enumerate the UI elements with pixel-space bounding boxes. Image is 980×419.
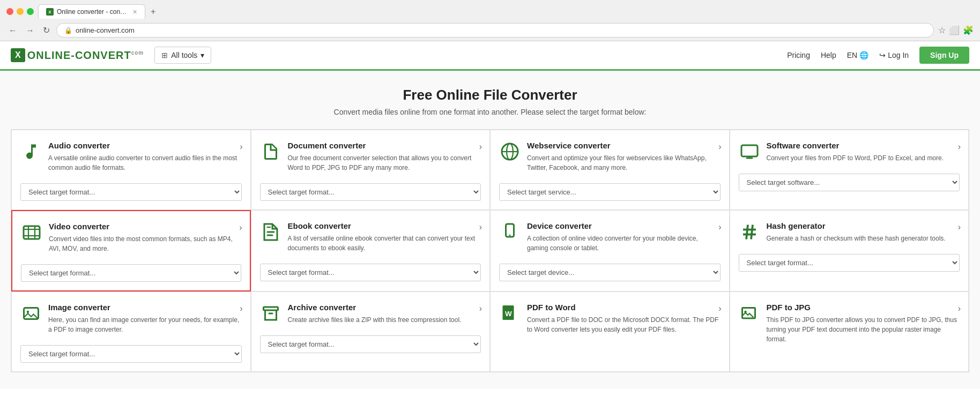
format-select-audio[interactable]: Select target format...	[20, 183, 242, 201]
card-desc-hash: Generate a hash or checksum with these h…	[767, 234, 960, 243]
card-icon-hash	[739, 222, 760, 242]
close-window-button[interactable]	[6, 8, 13, 15]
card-icon-device	[499, 222, 521, 242]
browser-top-bar: X Online converter - convert vid... ✕ +	[6, 4, 974, 19]
converter-card-pdftoword[interactable]: › W PDF to Word Convert a PDF file to DO…	[490, 291, 730, 372]
card-title-ebook: Ebook converter	[288, 221, 481, 230]
converter-card-ebook[interactable]: › Ebook converter A list of versatile on…	[251, 210, 491, 291]
converter-card-video[interactable]: › Video converter Convert video files in…	[11, 210, 251, 291]
card-title-video: Video converter	[49, 222, 241, 231]
card-arrow-webservice: ›	[718, 142, 721, 152]
card-desc-ebook: A list of versatile online ebook convert…	[288, 234, 481, 253]
format-select-document[interactable]: Select target format...	[260, 183, 481, 201]
format-select-webservice[interactable]: Select target service...	[499, 183, 721, 201]
browser-nav: ← → ↻ 🔒 online-convert.com ☆ ⬜ 🧩	[6, 23, 974, 38]
format-select-software[interactable]: Select target software...	[739, 174, 960, 191]
lock-icon: 🔒	[64, 27, 72, 34]
converter-card-archive[interactable]: › Archive converter Create archive files…	[251, 291, 491, 372]
svg-rect-19	[263, 307, 278, 310]
format-select-archive[interactable]: Select target format...	[260, 335, 481, 353]
sidebar-icon[interactable]: ⬜	[949, 25, 960, 35]
card-arrow-device: ›	[718, 222, 721, 232]
card-title-software: Software converter	[767, 141, 960, 150]
card-title-archive: Archive converter	[288, 303, 481, 312]
extensions-icon[interactable]: 🧩	[963, 25, 974, 35]
svg-rect-6	[24, 226, 40, 239]
format-select-device[interactable]: Select target device...	[499, 264, 721, 281]
active-tab[interactable]: X Online converter - convert vid... ✕	[38, 4, 145, 19]
card-icon-document	[260, 142, 281, 161]
address-bar[interactable]: 🔒 online-convert.com	[56, 23, 934, 38]
converter-card-pdftojpg[interactable]: › PDF to JPG This PDF to JPG converter a…	[730, 291, 969, 372]
tab-close-button[interactable]: ✕	[132, 9, 137, 16]
back-button[interactable]: ←	[6, 25, 19, 36]
page-subtitle: Convert media files online from one form…	[11, 108, 969, 116]
address-text: online-convert.com	[76, 26, 135, 34]
card-arrow-hash: ›	[958, 222, 961, 232]
tab-title: Online converter - convert vid...	[57, 8, 129, 16]
card-desc-video: Convert video files into the most common…	[49, 234, 241, 253]
card-desc-audio: A versatile online audio converter to co…	[48, 153, 242, 173]
converter-card-webservice[interactable]: › Webservice converter Convert and optim…	[490, 130, 730, 210]
converter-card-device[interactable]: › Device converter A collection of onlin…	[490, 210, 730, 291]
pricing-link[interactable]: Pricing	[787, 51, 810, 59]
signup-button[interactable]: Sign Up	[919, 47, 969, 64]
converter-card-hash[interactable]: › Hash generator Generate a hash or chec…	[730, 210, 969, 291]
converter-card-document[interactable]: › Document converter Our free document c…	[251, 130, 491, 210]
minimize-window-button[interactable]	[17, 8, 24, 15]
card-header-pdftoword: W PDF to Word Convert a PDF file to DOC …	[499, 303, 721, 334]
svg-text:W: W	[505, 310, 512, 318]
card-header-audio: Audio converter A versatile online audio…	[20, 141, 242, 173]
forward-button[interactable]: →	[24, 25, 36, 36]
format-select-hash[interactable]: Select target format...	[739, 254, 960, 272]
converter-card-audio[interactable]: › Audio converter A versatile online aud…	[11, 130, 251, 210]
chevron-down-icon: ▾	[201, 51, 204, 59]
card-header-ebook: Ebook converter A list of versatile onli…	[260, 221, 481, 253]
card-arrow-archive: ›	[479, 304, 482, 313]
login-arrow-icon: ↪	[879, 51, 886, 59]
tab-bar: X Online converter - convert vid... ✕ +	[38, 4, 974, 19]
all-tools-button[interactable]: ⊞ All tools ▾	[154, 47, 211, 64]
maximize-window-button[interactable]	[27, 8, 34, 15]
converter-card-image[interactable]: › Image converter Here, you can find an …	[11, 291, 251, 372]
converter-card-software[interactable]: › Software converter Convert your files …	[730, 130, 969, 210]
format-select-image[interactable]: Select target format...	[20, 345, 242, 363]
refresh-button[interactable]: ↻	[41, 24, 52, 36]
bookmark-icon[interactable]: ☆	[938, 25, 946, 35]
site-header: X ONLINE-CONVERTcom ⊞ All tools ▾ Pricin…	[0, 41, 980, 71]
card-icon-audio	[20, 142, 42, 161]
card-icon-video	[21, 223, 42, 242]
card-header-image: Image converter Here, you can find an im…	[20, 303, 242, 334]
logo[interactable]: X ONLINE-CONVERTcom	[11, 48, 144, 62]
new-tab-button[interactable]: +	[147, 6, 159, 18]
login-button[interactable]: ↪ Log In	[879, 51, 909, 59]
card-desc-image: Here, you can find an image converter fo…	[48, 315, 242, 334]
help-link[interactable]: Help	[821, 51, 836, 59]
card-header-pdftojpg: PDF to JPG This PDF to JPG converter all…	[739, 303, 960, 344]
card-icon-webservice	[499, 142, 521, 161]
browser-chrome: X Online converter - convert vid... ✕ + …	[0, 0, 980, 41]
format-select-ebook[interactable]: Select target format...	[260, 264, 481, 281]
card-title-webservice: Webservice converter	[527, 141, 721, 150]
card-header-archive: Archive converter Create archive files l…	[260, 303, 481, 325]
format-select-video[interactable]: Select target format...	[21, 264, 241, 282]
card-title-pdftojpg: PDF to JPG	[767, 303, 960, 312]
svg-line-15	[746, 225, 748, 240]
card-arrow-ebook: ›	[479, 222, 482, 232]
card-title-hash: Hash generator	[767, 221, 960, 230]
card-title-image: Image converter	[48, 303, 242, 312]
header-nav: Pricing Help EN 🌐 ↪ Log In Sign Up	[787, 47, 969, 64]
language-selector[interactable]: EN 🌐	[847, 51, 868, 59]
svg-point-23	[744, 311, 747, 313]
card-desc-device: A collection of online video converter f…	[527, 234, 721, 253]
card-icon-software	[739, 142, 760, 161]
main-content: Free Online File Converter Convert media…	[0, 71, 980, 388]
card-icon-pdftoword: W	[499, 304, 521, 323]
card-icon-pdftojpg	[739, 304, 760, 323]
svg-rect-3	[741, 145, 758, 156]
browser-actions: ☆ ⬜ 🧩	[938, 25, 974, 35]
traffic-lights	[6, 8, 34, 15]
card-title-device: Device converter	[527, 221, 721, 230]
svg-point-12	[509, 235, 511, 236]
card-desc-pdftoword: Convert a PDF file to DOC or the Microso…	[527, 315, 721, 334]
